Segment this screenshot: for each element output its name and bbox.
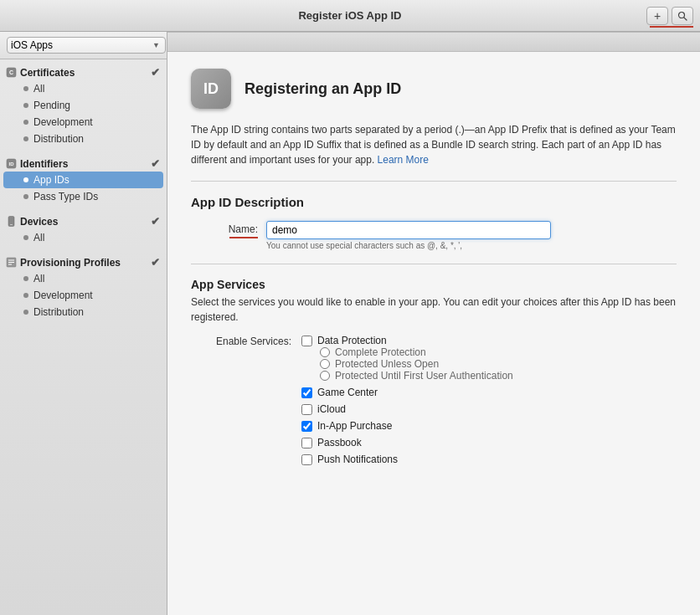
in-app-purchase-checkbox[interactable] bbox=[301, 421, 312, 432]
game-center-checkbox[interactable] bbox=[301, 387, 312, 398]
sidebar-item-app-ids[interactable]: App IDs bbox=[3, 172, 163, 188]
service-game-center[interactable]: Game Center bbox=[301, 387, 513, 398]
description-text: The App ID string contains two parts sep… bbox=[191, 122, 677, 167]
title-underline bbox=[650, 26, 693, 28]
devices-label: Devices bbox=[20, 216, 58, 228]
provisioning-label: Provisioning Profiles bbox=[20, 257, 121, 269]
content-header: ID Registering an App ID bbox=[191, 69, 677, 109]
identifiers-check: ✔ bbox=[151, 157, 160, 170]
name-hint: You cannot use special characters such a… bbox=[266, 241, 551, 250]
service-data-protection[interactable]: Data Protection bbox=[301, 335, 513, 346]
svg-text:C: C bbox=[8, 69, 13, 75]
title-bar: Register iOS App ID + bbox=[0, 0, 700, 32]
protected-unless-open-radio[interactable] bbox=[320, 359, 330, 369]
search-button[interactable] bbox=[672, 7, 693, 25]
content-area: ID Registering an App ID The App ID stri… bbox=[167, 32, 700, 615]
service-protected-until-auth[interactable]: Protected Until First User Authenticatio… bbox=[301, 370, 513, 382]
cert-all-dot bbox=[23, 86, 28, 91]
app-ids-dot bbox=[23, 177, 28, 182]
prov-dev-dot bbox=[23, 293, 28, 298]
provisioning-check: ✔ bbox=[151, 256, 160, 269]
app-id-description-section: App ID Description Name: You cannot use … bbox=[191, 195, 677, 250]
service-passbook[interactable]: Passbook bbox=[301, 437, 513, 448]
app-id-icon: ID bbox=[191, 69, 231, 109]
name-form-row: Name: You cannot use special characters … bbox=[191, 221, 677, 250]
sidebar-item-cert-distribution[interactable]: Distribution bbox=[0, 131, 167, 147]
provisioning-section: Provisioning Profiles ✔ All Development … bbox=[0, 249, 167, 324]
prov-dist-dot bbox=[23, 310, 28, 315]
service-protected-unless-open[interactable]: Protected Unless Open bbox=[301, 358, 513, 370]
name-label: Name: bbox=[229, 221, 258, 235]
name-input-wrap: You cannot use special characters such a… bbox=[266, 221, 551, 250]
name-underline bbox=[229, 237, 258, 238]
main-layout: iOS Apps Mac Apps ▼ C Certificates ✔ All… bbox=[0, 32, 700, 615]
service-data-protection-group: Data Protection Complete Protection Prot… bbox=[301, 335, 513, 382]
divider-1 bbox=[191, 181, 677, 182]
divider-2 bbox=[191, 264, 677, 264]
service-push-notifications[interactable]: Push Notifications bbox=[301, 454, 513, 465]
app-id-section-title: App ID Description bbox=[191, 195, 677, 209]
sidebar-item-pass-type-ids[interactable]: Pass Type IDs bbox=[0, 188, 167, 205]
learn-more-link[interactable]: Learn More bbox=[378, 154, 429, 166]
icloud-checkbox[interactable] bbox=[301, 404, 312, 415]
devices-all-dot bbox=[23, 235, 28, 240]
sidebar-item-cert-pending[interactable]: Pending bbox=[0, 97, 167, 114]
devices-header[interactable]: Devices ✔ bbox=[0, 212, 167, 229]
complete-protection-radio[interactable] bbox=[320, 347, 330, 357]
provisioning-icon bbox=[5, 257, 17, 269]
services-title: App Services bbox=[191, 278, 677, 291]
passbook-checkbox[interactable] bbox=[301, 438, 312, 448]
services-list: Data Protection Complete Protection Prot… bbox=[301, 335, 513, 465]
devices-section: Devices ✔ All bbox=[0, 208, 167, 249]
sidebar-item-prov-all[interactable]: All bbox=[0, 270, 167, 287]
svg-rect-7 bbox=[10, 224, 13, 225]
title-bar-buttons: + bbox=[646, 7, 693, 25]
gray-banner bbox=[167, 32, 700, 52]
cert-pending-dot bbox=[23, 103, 28, 108]
sidebar-item-cert-all[interactable]: All bbox=[0, 80, 167, 97]
devices-icon bbox=[5, 216, 17, 228]
cert-dev-dot bbox=[23, 120, 28, 125]
certificates-label: Certificates bbox=[20, 67, 75, 79]
identifiers-header[interactable]: ID Identifiers ✔ bbox=[0, 154, 167, 172]
platform-select[interactable]: iOS Apps Mac Apps bbox=[7, 37, 166, 54]
enable-services-label: Enable Services: bbox=[191, 335, 291, 347]
certificates-header[interactable]: C Certificates ✔ bbox=[0, 63, 167, 80]
services-desc: Select the services you would like to en… bbox=[191, 295, 677, 325]
content-inner: ID Registering an App ID The App ID stri… bbox=[167, 52, 700, 482]
certificates-section: C Certificates ✔ All Pending Development… bbox=[0, 59, 167, 151]
push-notifications-checkbox[interactable] bbox=[301, 454, 312, 465]
identifiers-label: Identifiers bbox=[20, 158, 68, 170]
protected-until-auth-radio[interactable] bbox=[320, 371, 330, 381]
pass-type-dot bbox=[23, 194, 28, 199]
service-complete-protection[interactable]: Complete Protection bbox=[301, 346, 513, 358]
window-title: Register iOS App ID bbox=[298, 9, 401, 22]
sidebar-item-cert-development[interactable]: Development bbox=[0, 114, 167, 131]
data-protection-checkbox[interactable] bbox=[301, 336, 312, 346]
services-row: Enable Services: Data Protection Complet… bbox=[191, 335, 677, 465]
certificates-check: ✔ bbox=[151, 66, 160, 79]
service-in-app-purchase[interactable]: In-App Purchase bbox=[301, 420, 513, 432]
sidebar-item-prov-development[interactable]: Development bbox=[0, 287, 167, 304]
identifiers-section: ID Identifiers ✔ App IDs Pass Type IDs bbox=[0, 151, 167, 208]
service-icloud[interactable]: iCloud bbox=[301, 403, 513, 415]
sidebar-item-prov-distribution[interactable]: Distribution bbox=[0, 304, 167, 320]
sidebar: iOS Apps Mac Apps ▼ C Certificates ✔ All… bbox=[0, 32, 167, 615]
devices-check: ✔ bbox=[151, 215, 160, 228]
app-services-section: App Services Select the services you wou… bbox=[191, 278, 677, 465]
sidebar-dropdown[interactable]: iOS Apps Mac Apps ▼ bbox=[0, 32, 167, 59]
certificates-icon: C bbox=[5, 67, 17, 79]
identifiers-icon: ID bbox=[5, 158, 17, 170]
name-input[interactable] bbox=[266, 221, 551, 239]
sidebar-item-devices-all[interactable]: All bbox=[0, 229, 167, 246]
cert-dist-dot bbox=[23, 136, 28, 141]
provisioning-header[interactable]: Provisioning Profiles ✔ bbox=[0, 253, 167, 270]
prov-all-dot bbox=[23, 276, 28, 281]
page-title: Registering an App ID bbox=[244, 80, 401, 98]
svg-text:ID: ID bbox=[8, 161, 14, 167]
add-button[interactable]: + bbox=[646, 7, 668, 25]
svg-line-1 bbox=[684, 17, 687, 19]
